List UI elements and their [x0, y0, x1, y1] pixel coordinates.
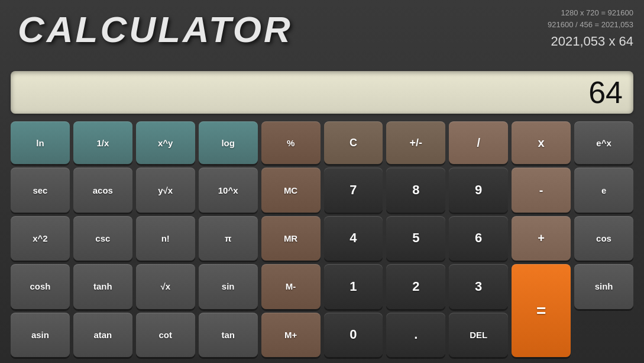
sinh-button[interactable]: sinh	[574, 264, 633, 309]
factorial-button[interactable]: n!	[136, 216, 195, 261]
cos-button[interactable]: cos	[574, 216, 633, 261]
asin-button[interactable]: asin	[11, 313, 70, 357]
app: CALCULATOR 1280 x 720 = 921600 921600 / …	[0, 0, 644, 363]
ln-button[interactable]: ln	[11, 121, 70, 164]
cosh-button[interactable]: cosh	[11, 264, 70, 309]
tanh-button[interactable]: tanh	[73, 264, 132, 309]
clear-button[interactable]: C	[324, 121, 383, 164]
add-button[interactable]: +	[512, 216, 571, 261]
digit-1-button[interactable]: 1	[324, 264, 383, 309]
m-plus-button[interactable]: M+	[261, 313, 321, 357]
sqrt-button[interactable]: √x	[136, 264, 195, 309]
plus-minus-button[interactable]: +/-	[386, 121, 445, 164]
history-line1: 1280 x 720 = 921600	[548, 7, 633, 19]
y-root-x-button[interactable]: y√x	[136, 168, 195, 212]
csc-button[interactable]: csc	[73, 216, 132, 261]
display-area: 64	[11, 71, 633, 114]
history-area: 1280 x 720 = 921600 921600 / 456 = 2021,…	[548, 7, 633, 51]
sec-button[interactable]: sec	[11, 168, 70, 212]
digit-8-button[interactable]: 8	[386, 168, 445, 212]
acos-button[interactable]: acos	[73, 168, 132, 212]
e-const-button[interactable]: e	[574, 168, 633, 212]
digit-5-button[interactable]: 5	[386, 216, 445, 261]
mr-button[interactable]: MR	[261, 216, 321, 261]
percent-button[interactable]: %	[261, 121, 321, 164]
app-title: CALCULATOR	[18, 8, 293, 50]
digit-0-button[interactable]: 0	[324, 313, 383, 357]
current-expression: 2021,053 x 64	[548, 31, 633, 51]
tan-button[interactable]: tan	[199, 313, 258, 357]
delete-button[interactable]: DEL	[449, 313, 508, 357]
digit-7-button[interactable]: 7	[324, 168, 383, 212]
button-grid: ln1/xx^ylog%C+/-/xe^xsecacosy√x10^xMC789…	[11, 121, 633, 357]
m-minus-button[interactable]: M-	[261, 264, 321, 309]
digit-6-button[interactable]: 6	[449, 216, 508, 261]
mc-button[interactable]: MC	[261, 168, 321, 212]
subtract-button[interactable]: -	[512, 168, 571, 212]
x-pow-y-button[interactable]: x^y	[136, 121, 195, 164]
divide-button[interactable]: /	[449, 121, 508, 164]
cot-button[interactable]: cot	[136, 313, 195, 357]
digit-9-button[interactable]: 9	[449, 168, 508, 212]
display-value: 64	[588, 75, 623, 110]
x-squared-button[interactable]: x^2	[11, 216, 70, 261]
decimal-button[interactable]: .	[386, 313, 445, 357]
history-line2: 921600 / 456 = 2021,053	[548, 19, 633, 31]
log-button[interactable]: log	[199, 121, 258, 164]
digit-3-button[interactable]: 3	[449, 264, 508, 309]
digit-4-button[interactable]: 4	[324, 216, 383, 261]
equals-button[interactable]: =	[512, 264, 571, 357]
pi-button[interactable]: π	[199, 216, 258, 261]
multiply-button[interactable]: x	[512, 121, 571, 164]
10-pow-x-button[interactable]: 10^x	[199, 168, 258, 212]
sin-button[interactable]: sin	[199, 264, 258, 309]
atan-button[interactable]: atan	[73, 313, 132, 357]
e-pow-x-button[interactable]: e^x	[574, 121, 633, 164]
inv-x-button[interactable]: 1/x	[73, 121, 132, 164]
buttons-area: ln1/xx^ylog%C+/-/xe^xsecacosy√x10^xMC789…	[11, 121, 633, 357]
digit-2-button[interactable]: 2	[386, 264, 445, 309]
